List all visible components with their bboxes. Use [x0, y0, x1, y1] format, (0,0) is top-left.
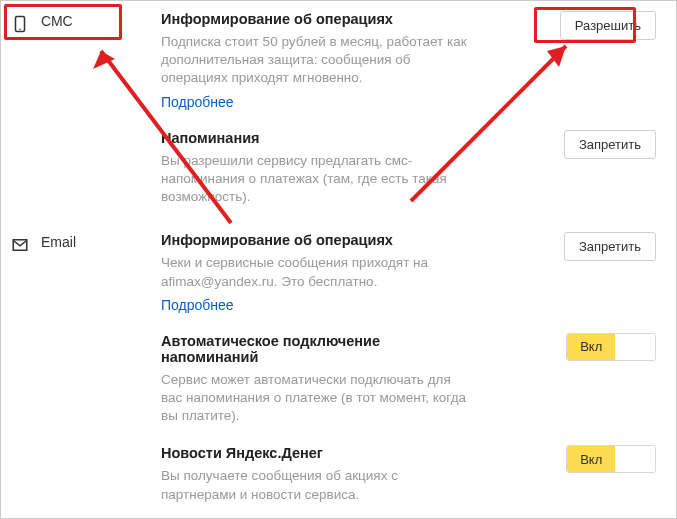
email-news-toggle[interactable]: Вкл [566, 445, 656, 473]
sms-inform-desc: Подписка стоит 50 рублей в месяц, работа… [161, 33, 475, 88]
sms-remind-row: Напоминания Вы разрешили сервису предлаг… [11, 130, 660, 227]
email-auto-toggle[interactable]: Вкл [566, 333, 656, 361]
svg-point-1 [19, 29, 21, 31]
email-inform-title: Информирование об операциях [161, 232, 475, 248]
email-auto-title: Автоматическое подключение напоминаний [161, 333, 475, 365]
toggle-off-space [615, 446, 655, 472]
sms-remind-deny-button[interactable]: Запретить [564, 130, 656, 159]
sms-remind-desc: Вы разрешили сервису предлагать смс-напо… [161, 152, 475, 207]
email-inform-deny-button[interactable]: Запретить [564, 232, 656, 261]
sms-inform-more-link[interactable]: Подробнее [161, 94, 234, 110]
toggle-on-label: Вкл [567, 334, 615, 360]
email-auto-desc: Сервис может автоматически подключать дл… [161, 371, 475, 426]
phone-icon [11, 15, 31, 36]
email-news-desc: Вы получаете сообщения об акциях с партн… [161, 467, 475, 503]
email-inform-more-link[interactable]: Подробнее [161, 297, 234, 313]
email-auto-row: Автоматическое подключение напоминаний С… [11, 333, 660, 446]
email-channel-label: Email [41, 234, 76, 250]
sms-inform-row: СМС Информирование об операциях Подписка… [11, 11, 660, 130]
sms-channel-label: СМС [41, 13, 73, 29]
email-inform-row: Email Информирование об операциях Чеки и… [11, 232, 660, 332]
sms-inform-allow-button[interactable]: Разрешить [560, 11, 656, 40]
email-news-row: Новости Яндекс.Денег Вы получаете сообще… [11, 445, 660, 509]
mail-icon [11, 236, 31, 257]
sms-remind-title: Напоминания [161, 130, 475, 146]
toggle-off-space [615, 334, 655, 360]
email-news-title: Новости Яндекс.Денег [161, 445, 475, 461]
email-inform-desc: Чеки и сервисные сообщения приходят на a… [161, 254, 475, 290]
toggle-on-label: Вкл [567, 446, 615, 472]
sms-inform-title: Информирование об операциях [161, 11, 475, 27]
